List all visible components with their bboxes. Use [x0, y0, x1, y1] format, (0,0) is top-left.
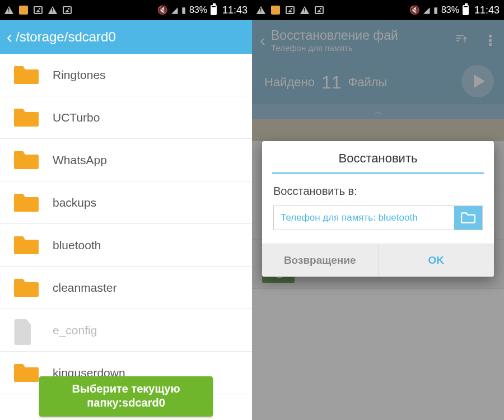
- folder-icon: [12, 362, 40, 384]
- mute-icon: 🔇: [157, 5, 168, 15]
- folder-icon: [12, 277, 40, 299]
- item-label: cleanmaster: [53, 281, 116, 295]
- folder-icon: [12, 149, 40, 171]
- dialog-title: Восстановить: [262, 141, 494, 172]
- warning-icon: !: [256, 6, 265, 15]
- clock: 11:43: [474, 4, 500, 16]
- folder-open-icon: [461, 212, 475, 224]
- dialog-label: Восстановить в:: [273, 185, 483, 198]
- battery-percent: 83%: [189, 5, 207, 15]
- warning-icon: !: [48, 6, 57, 15]
- status-bar: ! ! 🔇 ◢ ▮ 83% 11:43: [0, 0, 252, 20]
- app-notification-icon: [271, 6, 280, 15]
- mute-icon: 🔇: [409, 5, 420, 15]
- item-label: WhatsApp: [53, 153, 107, 167]
- dialog-ok-button[interactable]: OK: [379, 244, 494, 277]
- folder-icon: [12, 192, 40, 214]
- status-bar: ! ! 🔇 ◢ ▮ 83% 11:43: [252, 0, 504, 20]
- list-item[interactable]: e_config: [0, 309, 252, 352]
- list-item[interactable]: cleanmaster: [0, 267, 252, 309]
- item-label: backups: [53, 196, 96, 209]
- wifi-icon: ◢: [423, 5, 430, 15]
- wifi-icon: ◢: [171, 5, 178, 15]
- battery-percent: 83%: [441, 5, 459, 15]
- warning-icon: !: [300, 6, 309, 15]
- phone-right: ! ! 🔇 ◢ ▮ 83% 11:43 ‹ Восстановление фай…: [252, 0, 504, 420]
- select-folder-button[interactable]: Выберите текущую папку:sdcard0: [39, 376, 213, 417]
- list-item[interactable]: bluetooth: [0, 224, 252, 267]
- image-icon: [63, 6, 72, 15]
- path-header[interactable]: ‹ /storage/sdcard0: [0, 20, 252, 54]
- phone-left: ! ! 🔇 ◢ ▮ 83% 11:43 ‹ /storage/sdcard0 R…: [0, 0, 252, 420]
- list-item[interactable]: WhatsApp: [0, 139, 252, 181]
- list-item[interactable]: backups: [0, 181, 252, 224]
- image-icon: [315, 6, 324, 15]
- image-icon: [34, 6, 43, 15]
- battery-icon: [463, 5, 469, 15]
- app-notification-icon: [19, 6, 28, 15]
- folder-icon: [12, 64, 40, 86]
- image-icon: [286, 6, 295, 15]
- back-icon[interactable]: ‹: [7, 27, 12, 46]
- warning-icon: !: [4, 6, 13, 15]
- folder-list: Ringtones UCTurbo WhatsApp backups bluet…: [0, 54, 252, 394]
- dialog-cancel-button[interactable]: Возвращение: [262, 244, 379, 277]
- clock: 11:43: [222, 4, 248, 16]
- current-path: /storage/sdcard0: [16, 29, 116, 45]
- item-label: Ringtones: [53, 68, 106, 82]
- folder-icon: [12, 106, 40, 129]
- item-label: e_config: [53, 324, 97, 337]
- browse-button[interactable]: [454, 206, 482, 230]
- destination-input[interactable]: Телефон для память: bluetooth: [274, 206, 454, 230]
- signal-icon: ▮: [433, 5, 438, 15]
- signal-icon: ▮: [181, 5, 186, 15]
- item-label: UCTurbo: [53, 111, 100, 124]
- list-item[interactable]: UCTurbo: [0, 96, 252, 139]
- list-item[interactable]: Ringtones: [0, 54, 252, 96]
- file-icon: [12, 319, 40, 342]
- item-label: bluetooth: [53, 239, 101, 252]
- restore-dialog: Восстановить Восстановить в: Телефон для…: [262, 141, 494, 277]
- folder-icon: [12, 234, 40, 256]
- battery-icon: [211, 5, 217, 15]
